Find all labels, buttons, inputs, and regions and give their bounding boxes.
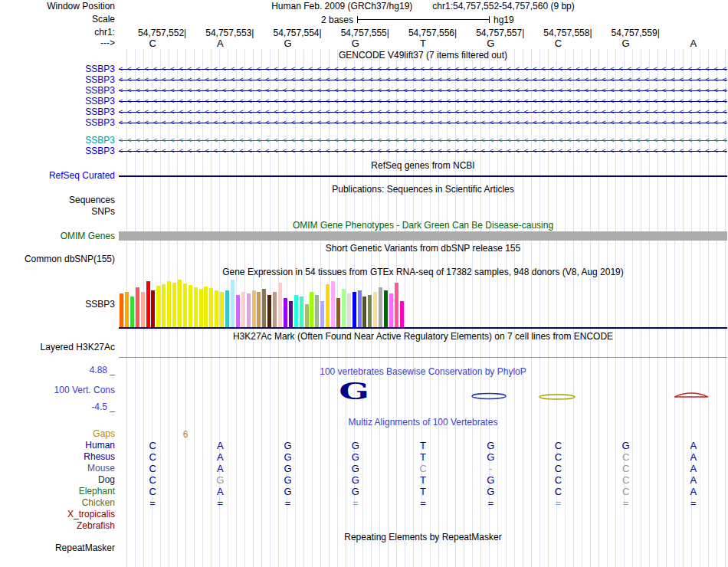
gencode-transcript-line[interactable]: <<<<<<<<<<<<<<<<<<<<<<<<<<<<<<<<<<<<<<<<… (119, 86, 727, 96)
alignment-base: = (119, 498, 186, 509)
gencode-transcript-line[interactable]: <<<<<<<<<<<<<<<<<<<<<<<<<<<<<<<<<<<<<<<<… (119, 146, 727, 156)
omim-genes-bar[interactable] (119, 231, 727, 241)
gtex-bar[interactable] (199, 289, 203, 327)
gtex-bar[interactable] (278, 283, 282, 327)
gencode-transcript-line[interactable]: <<<<<<<<<<<<<<<<<<<<<<<<<<<<<<<<<<<<<<<<… (119, 97, 727, 107)
gtex-bar[interactable] (389, 293, 393, 327)
gtex-bar[interactable] (225, 290, 229, 327)
gtex-bar[interactable] (273, 292, 277, 327)
gtex-bar[interactable] (310, 292, 313, 327)
gtex-bar[interactable] (156, 286, 160, 327)
gtex-bar[interactable] (326, 284, 330, 327)
gtex-gene-label[interactable]: SSBP3 (0, 300, 115, 310)
gencode-transcript-label[interactable]: SSBP3 (0, 64, 115, 74)
gtex-bar[interactable] (342, 289, 346, 327)
gencode-transcript-line[interactable]: <<<<<<<<<<<<<<<<<<<<<<<<<<<<<<<<<<<<<<<<… (119, 75, 727, 85)
gtex-bar[interactable] (241, 292, 245, 327)
gencode-transcript-line[interactable]: <<<<<<<<<<<<<<<<<<<<<<<<<<<<<<<<<<<<<<<<… (119, 64, 727, 74)
species-label[interactable]: Rhesus (0, 452, 115, 462)
gtex-bar[interactable] (125, 292, 129, 327)
sequences-track-label[interactable]: Sequences (0, 195, 115, 205)
gencode-transcript-line[interactable]: <<<<<<<<<<<<<<<<<<<<<<<<<<<<<<<<<<<<<<<<… (119, 136, 727, 146)
gtex-bar[interactable] (373, 292, 377, 327)
gtex-bar[interactable] (284, 298, 287, 327)
gtex-bar[interactable] (289, 301, 293, 327)
gtex-bar[interactable] (336, 298, 340, 327)
gtex-bar[interactable] (300, 297, 303, 327)
ruler-base: A (186, 38, 254, 49)
gtex-bar[interactable] (204, 287, 208, 327)
gtex-bar[interactable] (294, 295, 298, 327)
h3k27ac-track-label[interactable]: Layered H3K27Ac (0, 342, 115, 352)
gtex-bar[interactable] (368, 295, 372, 327)
snps-track-label[interactable]: SNPs (0, 207, 115, 217)
gtex-bar[interactable] (267, 295, 271, 327)
gtex-bar[interactable] (209, 288, 213, 327)
gtex-bar[interactable] (236, 295, 240, 327)
gtex-bar[interactable] (120, 293, 123, 327)
position-range: chr1:54,757,552-54,757,560 (9 bp) (432, 2, 574, 11)
gaps-label[interactable]: Gaps (0, 429, 115, 439)
gtex-bar[interactable] (331, 281, 335, 327)
gencode-transcript-label[interactable]: SSBP3 (0, 97, 115, 107)
gtex-bar[interactable] (247, 293, 251, 327)
dbsnp-track-label[interactable]: Common dbSNP(155) (0, 254, 115, 264)
gtex-bar[interactable] (347, 293, 351, 327)
gtex-bar[interactable] (384, 290, 388, 327)
gtex-bar[interactable] (162, 284, 166, 327)
refseq-curated-line[interactable] (119, 175, 727, 177)
gtex-bar[interactable] (183, 284, 187, 327)
gtex-bar-chart[interactable] (120, 279, 408, 327)
species-label[interactable]: X_tropicalis (0, 510, 115, 519)
omim-genes-label[interactable]: OMIM Genes (0, 231, 115, 241)
gtex-bar[interactable] (395, 283, 398, 327)
gtex-bar[interactable] (141, 292, 145, 327)
ruler-position-label: 54,757,552| (125, 28, 186, 38)
gencode-transcript-line[interactable]: <<<<<<<<<<<<<<<<<<<<<<<<<<<<<<<<<<<<<<<<… (119, 107, 727, 117)
assembly-name: hg19 (494, 15, 514, 25)
species-label[interactable]: Human (0, 441, 115, 451)
gtex-bar[interactable] (189, 285, 192, 327)
species-label[interactable]: Zebrafish (0, 521, 115, 531)
gencode-transcript-label[interactable]: SSBP3 (0, 107, 115, 117)
gtex-bar[interactable] (215, 290, 218, 327)
gencode-transcript-label[interactable]: SSBP3 (0, 86, 115, 96)
conservation-plot[interactable]: G (119, 372, 727, 411)
gtex-bar[interactable] (252, 290, 256, 327)
gtex-bar[interactable] (167, 281, 171, 327)
gtex-bar[interactable] (358, 290, 362, 327)
repeatmasker-track-label[interactable]: RepeatMasker (0, 543, 115, 553)
gencode-transcript-label[interactable]: SSBP3 (0, 146, 115, 156)
gtex-bar[interactable] (146, 281, 150, 327)
gtex-bar[interactable] (172, 283, 176, 327)
gencode-transcript-label[interactable]: SSBP3 (0, 118, 115, 128)
gtex-bar[interactable] (320, 301, 324, 327)
gtex-bar[interactable] (379, 287, 382, 327)
gtex-bar[interactable] (257, 292, 261, 327)
gencode-transcript-line[interactable]: <<<<<<<<<<<<<<<<<<<<<<<<<<<<<<<<<<<<<<<<… (119, 118, 727, 128)
gtex-bar[interactable] (220, 292, 224, 327)
species-label[interactable]: Chicken (0, 498, 115, 508)
gtex-bar[interactable] (362, 297, 366, 327)
gencode-transcript-label[interactable]: SSBP3 (0, 75, 115, 85)
strand-arrow-label[interactable]: ---> (0, 38, 115, 48)
gencode-transcript-label[interactable]: SSBP3 (0, 136, 115, 146)
conservation-track-label[interactable]: 100 Vert. Cons (0, 385, 115, 395)
gtex-bar[interactable] (262, 289, 266, 327)
gtex-bar[interactable] (305, 304, 309, 327)
species-label[interactable]: Elephant (0, 487, 115, 497)
gtex-bar[interactable] (151, 290, 155, 327)
gtex-bar[interactable] (315, 295, 319, 327)
alignment-base: C (389, 464, 457, 474)
gtex-bar[interactable] (130, 297, 134, 327)
refseq-curated-label[interactable]: RefSeq Curated (0, 171, 115, 181)
gtex-bar[interactable] (400, 301, 404, 327)
gtex-bar[interactable] (231, 280, 234, 327)
gtex-bar[interactable] (136, 287, 139, 327)
gtex-bar[interactable] (178, 280, 182, 327)
species-label[interactable]: Dog (0, 475, 115, 485)
gtex-bar[interactable] (194, 287, 198, 327)
species-label[interactable]: Mouse (0, 464, 115, 474)
gtex-bar[interactable] (353, 292, 356, 327)
alignment-base: C (524, 475, 592, 486)
